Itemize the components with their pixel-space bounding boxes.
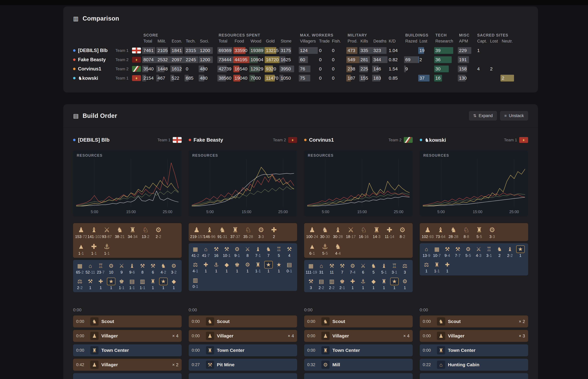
villager-icon: ♟	[321, 332, 330, 340]
stat-count: 1	[379, 285, 389, 290]
stat-value: 0.85	[388, 76, 398, 81]
stat-count: 1-1	[75, 251, 87, 256]
archery-range-icon: ♝	[127, 262, 137, 270]
stat-count: 1	[96, 285, 106, 290]
building-stat-cell: ★1	[158, 278, 169, 290]
player-color-dot	[73, 59, 76, 61]
stat-cell-ss_lost	[489, 74, 501, 82]
stat-value: 0	[318, 76, 322, 81]
barracks-icon: ⚔	[116, 262, 127, 270]
group-header-cell: RESOURCES SPENT	[217, 32, 233, 38]
flag-emblem: ♦	[519, 137, 528, 143]
keep-icon: ♚	[337, 278, 347, 285]
player-name[interactable]: [DEBILS] Blb	[78, 137, 110, 143]
villager-icon: ♟	[190, 225, 203, 234]
player-name[interactable]: Fake Beasty	[194, 137, 223, 143]
player-name[interactable]: ♞kowski	[78, 75, 115, 81]
count-built: 7	[255, 253, 257, 258]
stat-value: 9320	[265, 66, 276, 72]
stat-cell-w_trade: 0	[318, 74, 331, 82]
stat-count: 141-102	[87, 235, 100, 239]
unit-stat-cell: ⚙2-2	[152, 225, 165, 239]
count-lost: -2	[321, 285, 324, 290]
monk-icon: ✚	[383, 225, 396, 234]
player-name[interactable]: Corvinus1	[309, 137, 334, 143]
scout-icon: ♞	[206, 317, 214, 326]
stat-value: 2315	[184, 48, 196, 53]
keep-icon: ♚	[232, 261, 243, 268]
player-name[interactable]: Fake Beasty	[78, 57, 115, 63]
count-built: 11	[330, 270, 334, 274]
count-lost: -1	[142, 285, 145, 290]
expand-button[interactable]: ⇅ Expand	[469, 111, 497, 121]
trebuchet-icon: ⚙	[486, 225, 499, 234]
stat-cell-ss_lost	[489, 56, 501, 64]
building-stat-cell: ★1	[274, 261, 284, 273]
count-lost: -28	[453, 235, 458, 239]
timeline-row-time: 0:00	[307, 319, 321, 324]
blacksmith-icon: ⚒	[306, 278, 316, 285]
player-cell: [DEBILS] BlbTeam 1	[73, 47, 142, 53]
count-built: 1	[425, 269, 427, 273]
column-header-label: Trade	[318, 39, 330, 43]
unit-stat-cell: ♟219-157	[190, 225, 203, 239]
build-order-actions: ⇅ Expand ≡ Unstack	[469, 111, 528, 121]
timeline-row-time: 0:00	[76, 319, 90, 324]
stat-value: 4	[476, 66, 480, 72]
stat-cell-m_kills: 281	[359, 56, 372, 64]
stat-count: 7-7	[453, 253, 463, 258]
count-built: 3	[258, 235, 260, 239]
stat-count: 1-1	[116, 285, 127, 290]
building-stat-cell: ◆1	[222, 261, 232, 273]
house-icon: ⌂	[421, 245, 432, 253]
stat-cell-t_research: 36	[434, 56, 453, 64]
resources-chart-label: RESOURCES	[308, 153, 334, 158]
player-flag	[404, 137, 413, 143]
count-built: 1	[446, 269, 448, 273]
player-name[interactable]: [DEBILS] Blb	[78, 48, 115, 53]
stat-value: 155	[359, 76, 368, 81]
stat-count: 5	[274, 253, 284, 258]
comparison-title: Comparison	[82, 15, 119, 22]
stat-cell-r_total: 73444	[217, 56, 233, 64]
resources-chart-plot	[192, 159, 294, 207]
building-stat-cell: ⚙9-1	[232, 245, 243, 258]
timeline-row-count: × 3	[519, 333, 525, 338]
stat-count: 5-5	[319, 251, 331, 256]
scout-icon: ♞	[437, 317, 445, 326]
building-stat-cell: ▦41-2	[190, 245, 201, 258]
count-lost: -2	[79, 285, 82, 290]
comparison-player-row: Corvinus1Team 23540144816120480427391654…	[73, 64, 528, 74]
stat-value: 229	[458, 48, 467, 53]
stat-cell-m_kills: 155	[359, 74, 372, 82]
count-built: 91	[217, 235, 222, 239]
stat-cell-r_food: 33590	[233, 47, 249, 54]
stat-value: 3950	[279, 66, 291, 72]
building-stat-cell: ⚙10	[106, 262, 116, 274]
building-stat-cell: ◆1	[368, 278, 379, 290]
stat-cell-t_research: 39	[434, 47, 453, 54]
villager-icon: ♟	[75, 225, 87, 234]
stat-cell-r_wood: 19389	[249, 47, 265, 54]
unstack-button[interactable]: ≡ Unstack	[500, 111, 528, 121]
column-header-label: Stone	[279, 39, 292, 43]
stat-cell-ss_capt	[476, 56, 489, 64]
tower-icon: ♖	[274, 245, 284, 253]
building-stat-cell: ⚒7	[337, 262, 347, 274]
stat-value: 1625	[279, 57, 291, 62]
comparison-table: SCORERESOURCES SPENTMAX. WORKERSMILITARY…	[73, 32, 528, 83]
column-header-cell: Tech.	[184, 39, 199, 44]
man-at-arms-icon: ♜	[370, 225, 383, 234]
flag-cross-bar	[136, 47, 137, 53]
siege-workshop-icon: ⚙	[243, 261, 253, 268]
player-name[interactable]: ♞kowski	[425, 137, 446, 143]
player-team-label: Team 2	[115, 57, 132, 62]
count-lost: -2	[331, 285, 335, 290]
count-lost: -4	[352, 270, 355, 274]
lumber-camp-icon: ⚒	[222, 245, 232, 253]
player-name[interactable]: Corvinus1	[78, 66, 115, 72]
unit-stat-cell: ♝141-102	[87, 225, 100, 239]
stat-value: 3540	[142, 66, 154, 72]
stat-count: 30-30	[319, 235, 331, 239]
count-built: 4	[476, 253, 478, 258]
